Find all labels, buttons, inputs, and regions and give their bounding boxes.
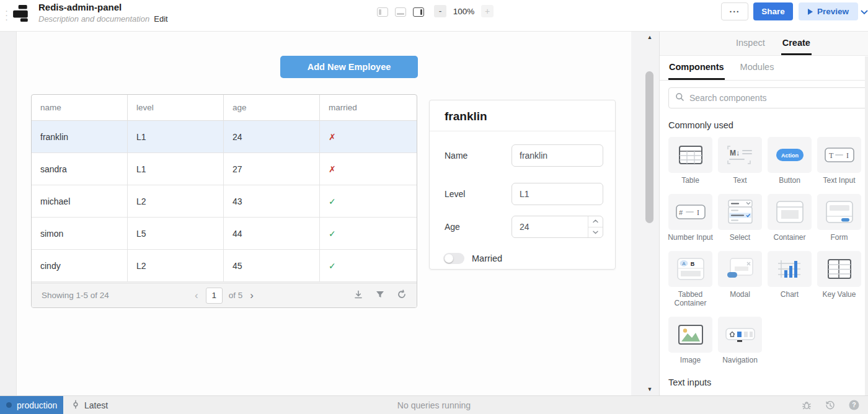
component-card-number-input[interactable]: #I Number Input	[668, 194, 712, 242]
component-card-grid: Table M↓ Text Action Button TI Text Inpu…	[668, 137, 861, 364]
toggle-right-panel-icon[interactable]	[413, 7, 424, 17]
stepper-down-icon[interactable]	[588, 227, 603, 238]
number-input-icon: #I	[668, 194, 712, 230]
scrollbar-thumb[interactable]	[645, 71, 653, 223]
edit-description-link[interactable]: Edit	[154, 14, 167, 24]
text-input-icon: TI	[817, 137, 861, 173]
component-card-label: Number Input	[666, 233, 715, 242]
table-row[interactable]: sandra L1 27 ✗	[32, 153, 417, 185]
name-field[interactable]	[512, 144, 603, 167]
preview-button[interactable]: Preview	[799, 2, 858, 20]
married-check-icon: ✓	[320, 218, 417, 249]
select-icon	[718, 194, 762, 230]
component-card-label: Container	[765, 233, 814, 242]
app-title-block: Redis-admin-panel Description and docume…	[38, 2, 168, 24]
layout-toggles	[377, 7, 424, 17]
component-card-text[interactable]: M↓ Text	[718, 137, 762, 185]
drag-handle-icon[interactable]: ···	[5, 8, 8, 21]
component-card-table[interactable]: Table	[668, 137, 712, 185]
component-card-navigation[interactable]: Navigation	[718, 317, 762, 364]
refresh-icon[interactable]	[397, 289, 407, 302]
married-toggle[interactable]	[443, 253, 464, 264]
component-card-label: Chart	[765, 290, 814, 299]
column-header-level[interactable]: level	[128, 95, 224, 120]
married-toggle-row: Married	[443, 253, 502, 264]
search-input[interactable]	[689, 93, 867, 103]
component-card-image[interactable]: Image	[668, 317, 712, 364]
tab-components[interactable]: Components	[668, 56, 725, 80]
form-row-level: Level	[445, 183, 600, 205]
component-card-label: Key Value	[815, 290, 864, 299]
tab-create[interactable]: Create	[781, 32, 812, 55]
component-card-button[interactable]: Action Button	[768, 137, 812, 185]
environment-label: production	[17, 400, 57, 410]
text-icon: M↓	[718, 137, 762, 173]
page-number-input[interactable]	[206, 288, 223, 304]
chart-icon	[768, 251, 812, 287]
component-card-label: Tabbed Container	[666, 290, 715, 307]
column-header-age[interactable]: age	[224, 95, 320, 120]
component-card-tabbed-container[interactable]: AB Tabbed Container	[668, 251, 712, 307]
svg-text:T: T	[829, 151, 834, 160]
column-header-married[interactable]: married	[320, 95, 417, 120]
play-icon	[808, 9, 813, 15]
add-new-employee-button[interactable]: Add New Employee	[280, 56, 418, 78]
component-card-container[interactable]: Container	[768, 194, 812, 242]
filter-icon[interactable]	[375, 289, 385, 302]
component-card-key-value[interactable]: Key Value	[817, 251, 861, 307]
table-actions	[255, 289, 407, 302]
more-options-button[interactable]: ···	[721, 2, 748, 20]
component-search[interactable]	[668, 87, 868, 108]
share-button[interactable]: Share	[753, 2, 793, 20]
table-header: namelevelagemarried	[32, 95, 417, 121]
employees-table-widget: namelevelagemarried franklin L1 24 ✗ san…	[31, 94, 417, 308]
download-icon[interactable]	[353, 289, 363, 302]
table-row[interactable]: franklin L1 24 ✗	[32, 121, 417, 153]
help-icon[interactable]: ?	[849, 400, 859, 410]
table-row[interactable]: michael L2 43 ✓	[32, 185, 417, 218]
scroll-up-arrow-icon[interactable]: ▲	[646, 34, 653, 40]
svg-text:I: I	[697, 208, 699, 217]
app-description: Description and documentationEdit	[38, 14, 168, 24]
form-icon	[817, 194, 861, 230]
next-page-button[interactable]: ›	[249, 290, 255, 301]
environment-dot-icon	[6, 402, 12, 408]
component-card-select[interactable]: Select	[718, 194, 762, 242]
preview-dropdown-caret[interactable]	[861, 6, 868, 17]
svg-text:B: B	[690, 261, 694, 267]
version-selector[interactable]: Latest	[71, 400, 108, 411]
prev-page-button[interactable]: ‹	[193, 290, 200, 301]
column-header-name[interactable]: name	[32, 95, 128, 120]
sidebar-subtabs: Components Modules	[660, 56, 868, 81]
table-row[interactable]: cindy L2 45 ✓	[32, 250, 417, 282]
table-row[interactable]: simon L5 44 ✓	[32, 218, 417, 250]
debug-bug-icon[interactable]	[802, 400, 812, 410]
tabbed-container-icon: AB	[668, 251, 712, 287]
component-card-text-input[interactable]: TI Text Input	[817, 137, 861, 185]
zoom-out-button[interactable]: -	[434, 5, 446, 17]
zoom-in-button[interactable]: +	[481, 5, 494, 17]
zoom-controls: - 100% +	[434, 5, 494, 17]
component-card-label: Table	[666, 176, 715, 185]
table-icon	[668, 137, 712, 173]
tab-modules[interactable]: Modules	[740, 56, 775, 80]
scroll-down-arrow-icon[interactable]: ▼	[646, 386, 653, 392]
component-card-modal[interactable]: Modal	[718, 251, 762, 307]
bottombar-icons: ?	[802, 400, 868, 410]
level-field[interactable]	[512, 183, 603, 205]
component-card-form[interactable]: Form	[817, 194, 861, 242]
button-icon: Action	[768, 137, 812, 173]
bottombar: production Latest No queries running	[0, 395, 868, 414]
stepper-up-icon[interactable]	[588, 216, 603, 227]
environment-badge[interactable]: production	[0, 396, 63, 414]
toggle-left-panel-icon[interactable]	[377, 7, 388, 17]
canvas-scrollbar: ▲ ▼	[631, 32, 659, 395]
modal-icon	[718, 251, 762, 287]
app-logo-icon[interactable]	[12, 4, 30, 24]
history-icon[interactable]	[825, 400, 835, 410]
toggle-bottom-panel-icon[interactable]	[395, 7, 406, 17]
tab-inspect[interactable]: Inspect	[735, 32, 766, 55]
container-icon	[768, 194, 812, 230]
sidebar-scrollbar[interactable]	[865, 56, 868, 395]
component-card-chart[interactable]: Chart	[768, 251, 812, 307]
